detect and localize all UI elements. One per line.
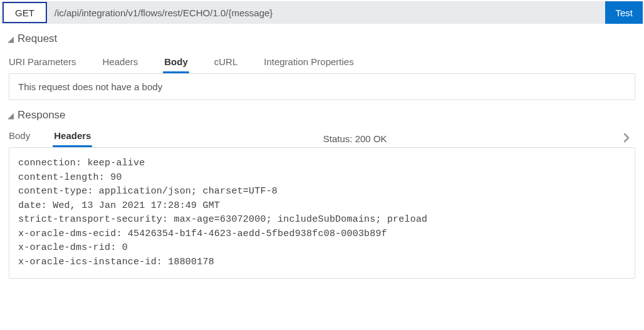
response-headers-panel: connection: keep-alive content-length: 9… [9,147,635,279]
response-title: Response [18,109,66,121]
request-title: Request [18,33,57,45]
collapse-triangle-icon: ◢ [8,34,14,44]
tab-uri-parameters[interactable]: URI Parameters [9,56,76,73]
request-tabs: URI Parameters Headers Body cURL Integra… [9,56,644,73]
expand-icon[interactable] [619,131,635,147]
response-tabs: Body Headers [9,130,91,147]
request-header[interactable]: ◢ Request [8,33,644,45]
url-path: /ic/api/integration/v1/flows/rest/ECHO/1… [55,8,606,18]
test-button[interactable]: Test [605,1,643,24]
tab-curl[interactable]: cURL [214,56,238,73]
http-method[interactable]: GET [3,2,47,23]
response-header[interactable]: ◢ Response [8,109,644,121]
response-tab-headers[interactable]: Headers [54,130,91,147]
url-bar: GET /ic/api/integration/v1/flows/rest/EC… [1,1,643,24]
response-tab-body[interactable]: Body [9,130,30,147]
request-body-panel: This request does not have a body [9,73,635,100]
request-section: ◢ Request [8,33,644,45]
collapse-triangle-icon: ◢ [8,111,14,120]
response-section: ◢ Response [8,109,644,121]
response-tab-row: Body Headers Status: 200 OK [9,130,635,147]
status-text: Status: 200 OK [91,133,619,144]
tab-integration-properties[interactable]: Integration Properties [264,56,353,73]
tab-headers[interactable]: Headers [103,56,138,73]
chevron-right-icon [623,131,631,144]
tab-body[interactable]: Body [164,56,188,73]
